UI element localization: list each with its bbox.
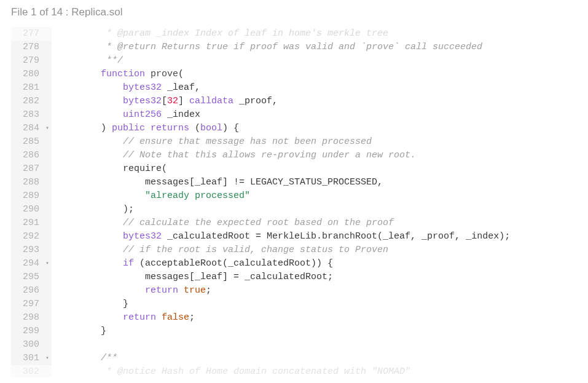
line-number: 296 bbox=[11, 284, 52, 298]
fold-icon[interactable]: ▾ bbox=[45, 352, 49, 365]
code-token: (acceptableRoot(_calculatedRoot)) { bbox=[134, 258, 333, 269]
code-line[interactable]: 286 // Note that this allows re-proving … bbox=[11, 149, 577, 162]
code-token: _calculatedRoot = MerkleLib.branchRoot(_… bbox=[162, 231, 510, 242]
code-line[interactable]: 291 // calculate the expected root based… bbox=[11, 216, 577, 230]
code-token: messages[_leaf] != LEGACY_STATUS_PROCESS… bbox=[57, 177, 383, 188]
code-content[interactable]: messages[_leaf] != LEGACY_STATUS_PROCESS… bbox=[52, 176, 577, 189]
code-content[interactable] bbox=[52, 338, 577, 352]
line-number: 299 bbox=[11, 325, 52, 338]
code-token: return bbox=[145, 285, 178, 296]
code-token: function bbox=[101, 69, 145, 79]
code-content[interactable]: bytes32 _calculatedRoot = MerkleLib.bran… bbox=[52, 230, 577, 243]
line-number: 295 bbox=[11, 270, 52, 284]
code-token: public bbox=[112, 123, 145, 133]
code-line[interactable]: 298 return false; bbox=[11, 311, 577, 325]
code-line[interactable]: 300 bbox=[11, 338, 577, 352]
code-line[interactable]: 294▾ if (acceptableRoot(_calculatedRoot)… bbox=[11, 257, 577, 270]
line-number: 297 bbox=[11, 298, 52, 311]
code-line[interactable]: 297 } bbox=[11, 298, 577, 311]
code-token: } bbox=[57, 299, 128, 309]
code-line[interactable]: 285 // ensure that message has not been … bbox=[11, 135, 577, 149]
code-token bbox=[57, 109, 123, 120]
code-token bbox=[57, 366, 106, 377]
line-number: 298 bbox=[11, 311, 52, 325]
code-token: // if the root is valid, change status t… bbox=[123, 245, 388, 255]
code-content[interactable]: messages[_leaf] = _calculatedRoot; bbox=[52, 270, 577, 284]
code-line[interactable]: 283 uint256 _index bbox=[11, 108, 577, 122]
code-content[interactable]: // ensure that message has not been proc… bbox=[52, 135, 577, 149]
code-line[interactable]: 295 messages[_leaf] = _calculatedRoot; bbox=[11, 270, 577, 284]
code-line[interactable]: 277 * @param _index Index of leaf in hom… bbox=[11, 27, 577, 41]
code-token: ; bbox=[206, 285, 211, 296]
code-token bbox=[57, 191, 145, 201]
code-token: _proof, bbox=[233, 96, 278, 106]
code-content[interactable]: * @return Returns true if proof was vali… bbox=[52, 41, 577, 54]
code-token: bytes32 bbox=[123, 231, 162, 242]
code-content[interactable]: **/ bbox=[52, 54, 577, 68]
code-token: ] bbox=[178, 96, 189, 106]
code-line[interactable]: 299 } bbox=[11, 325, 577, 338]
line-number: 289 bbox=[11, 189, 52, 203]
code-content[interactable]: require( bbox=[52, 162, 577, 176]
line-number: 301▾ bbox=[11, 352, 52, 365]
code-line[interactable]: 292 bytes32 _calculatedRoot = MerkleLib.… bbox=[11, 230, 577, 243]
code-token: messages[_leaf] = _calculatedRoot; bbox=[57, 272, 333, 282]
code-content[interactable]: // calculate the expected root based on … bbox=[52, 216, 577, 230]
code-content[interactable]: uint256 _index bbox=[52, 108, 577, 122]
code-token bbox=[145, 69, 151, 79]
code-token bbox=[57, 82, 123, 93]
code-line[interactable]: 278 * @return Returns true if proof was … bbox=[11, 41, 577, 54]
code-token: ; bbox=[189, 312, 195, 323]
code-content[interactable]: return true; bbox=[52, 284, 577, 298]
code-token: /** bbox=[101, 353, 117, 363]
code-content[interactable]: } bbox=[52, 298, 577, 311]
line-number: 285 bbox=[11, 135, 52, 149]
code-token bbox=[145, 123, 151, 133]
code-token bbox=[57, 164, 123, 174]
code-content[interactable]: if (acceptableRoot(_calculatedRoot)) { bbox=[52, 257, 577, 270]
code-content[interactable]: } bbox=[52, 325, 577, 338]
line-number: 287 bbox=[11, 162, 52, 176]
fold-icon[interactable]: ▾ bbox=[45, 257, 49, 270]
code-content[interactable]: * @notice Hash of Home domain concatenat… bbox=[52, 365, 577, 377]
code-token: ) { bbox=[222, 123, 239, 133]
code-content[interactable]: function prove( bbox=[52, 68, 577, 81]
code-content[interactable]: /** bbox=[52, 352, 577, 365]
code-line[interactable]: 282 bytes32[32] calldata _proof, bbox=[11, 95, 577, 108]
code-line[interactable]: 288 messages[_leaf] != LEGACY_STATUS_PRO… bbox=[11, 176, 577, 189]
code-token: ( bbox=[162, 164, 167, 174]
code-line[interactable]: 302 * @notice Hash of Home domain concat… bbox=[11, 365, 577, 377]
code-content[interactable]: // if the root is valid, change status t… bbox=[52, 243, 577, 257]
line-number: 283 bbox=[11, 108, 52, 122]
code-token: ( bbox=[189, 123, 200, 133]
code-line[interactable]: 284▾ ) public returns (bool) { bbox=[11, 122, 577, 135]
code-content[interactable]: bytes32[32] calldata _proof, bbox=[52, 95, 577, 108]
code-line[interactable]: 296 return true; bbox=[11, 284, 577, 298]
code-content[interactable]: return false; bbox=[52, 311, 577, 325]
code-line[interactable]: 281 bytes32 _leaf, bbox=[11, 81, 577, 95]
code-viewer[interactable]: 277 * @param _index Index of leaf in hom… bbox=[11, 27, 577, 377]
code-line[interactable]: 289 "already processed" bbox=[11, 189, 577, 203]
fold-icon[interactable]: ▾ bbox=[45, 122, 49, 135]
code-token: * @notice Hash of Home domain concatenat… bbox=[106, 366, 410, 377]
code-token: if bbox=[123, 258, 134, 269]
code-content[interactable]: "already processed" bbox=[52, 189, 577, 203]
code-token: * @return Returns true if proof was vali… bbox=[106, 42, 482, 52]
code-line[interactable]: 280 function prove( bbox=[11, 68, 577, 81]
line-number: 293 bbox=[11, 243, 52, 257]
line-number: 280 bbox=[11, 68, 52, 81]
code-line[interactable]: 301▾ /** bbox=[11, 352, 577, 365]
line-number: 282 bbox=[11, 95, 52, 108]
code-line[interactable]: 293 // if the root is valid, change stat… bbox=[11, 243, 577, 257]
code-token bbox=[57, 28, 106, 39]
code-token bbox=[57, 96, 123, 106]
code-line[interactable]: 279 **/ bbox=[11, 54, 577, 68]
code-content[interactable]: // Note that this allows re-proving unde… bbox=[52, 149, 577, 162]
code-content[interactable]: bytes32 _leaf, bbox=[52, 81, 577, 95]
code-content[interactable]: * @param _index Index of leaf in home's … bbox=[52, 27, 577, 41]
code-content[interactable]: ) public returns (bool) { bbox=[52, 122, 577, 135]
code-content[interactable]: ); bbox=[52, 203, 577, 216]
code-line[interactable]: 290 ); bbox=[11, 203, 577, 216]
code-token: _index bbox=[162, 109, 200, 120]
code-line[interactable]: 287 require( bbox=[11, 162, 577, 176]
